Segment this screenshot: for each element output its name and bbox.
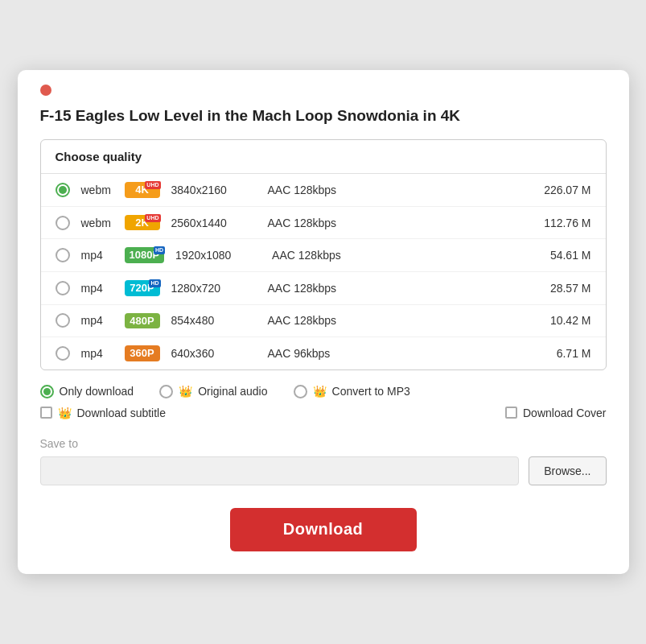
uhd-tag-2k: UHD (145, 214, 160, 222)
download-button[interactable]: Download (230, 508, 417, 551)
option-download-subtitle[interactable]: 👑 Download subtitle (40, 407, 167, 419)
filesize-4k: 226.07 M (544, 184, 590, 196)
radio-480p[interactable] (56, 313, 70, 328)
radio-1080p[interactable] (56, 248, 70, 262)
save-to-label: Save to (40, 437, 607, 450)
resolution-2k: 2560x1440 (171, 217, 260, 229)
download-cover-label: Download Cover (523, 407, 607, 419)
uhd-tag-4k: UHD (145, 181, 160, 189)
resolution-1080p: 1920x1080 (175, 249, 264, 262)
only-download-label: Only download (60, 385, 134, 398)
browse-button[interactable]: Browse... (529, 456, 606, 485)
quality-header: Choose quality (41, 140, 606, 174)
badge-4k: UHD 4K (125, 182, 160, 198)
format-1080p: mp4 (81, 249, 117, 262)
resolution-480p: 854x480 (171, 314, 260, 327)
format-2k: webm (81, 217, 117, 229)
radio-720p[interactable] (56, 281, 70, 295)
badge-1080p: HD 1080P (125, 247, 165, 263)
convert-mp3-label: Convert to MP3 (332, 385, 410, 398)
crown-original-audio: 👑 (179, 385, 192, 398)
option-download-cover[interactable]: Download Cover (505, 407, 607, 419)
audio-720p: AAC 128kbps (268, 282, 372, 295)
radio-4k[interactable] (56, 183, 70, 197)
quality-row-2k[interactable]: webm UHD 2K 2560x1440 AAC 128kbps 112.76… (41, 207, 606, 240)
radio-original-audio[interactable] (159, 385, 173, 398)
quality-section: Choose quality webm UHD 4K 3840x2160 AAC… (40, 139, 607, 370)
radio-2k[interactable] (56, 216, 70, 230)
format-4k: webm (81, 184, 117, 196)
audio-480p: AAC 128kbps (268, 314, 372, 327)
filesize-720p: 28.57 M (550, 282, 591, 295)
quality-row-480p[interactable]: mp4 480P 854x480 AAC 128kbps 10.42 M (41, 305, 606, 338)
option-only-download[interactable]: Only download (40, 385, 134, 398)
filesize-360p: 6.71 M (557, 347, 591, 360)
filesize-480p: 10.42 M (550, 314, 591, 327)
filesize-1080p: 54.61 M (550, 249, 591, 262)
options-row-2: 👑 Download subtitle Download Cover (40, 407, 607, 419)
badge-480p: 480P (125, 313, 160, 329)
original-audio-label: Original audio (198, 385, 267, 398)
badge-360p: 360P (125, 345, 160, 361)
options-row-1: Only download 👑 Original audio 👑 Convert… (40, 385, 607, 398)
badge-2k: UHD 2K (125, 215, 160, 231)
checkbox-download-subtitle[interactable] (40, 407, 52, 419)
page-title: F-15 Eagles Low Level in the Mach Loop S… (40, 107, 607, 125)
resolution-720p: 1280x720 (171, 282, 260, 295)
save-to-row: Browse... (40, 456, 607, 485)
resolution-4k: 3840x2160 (171, 184, 260, 196)
quality-row-4k[interactable]: webm UHD 4K 3840x2160 AAC 128kbps 226.07… (41, 174, 606, 207)
option-original-audio[interactable]: 👑 Original audio (159, 385, 267, 398)
option-convert-mp3[interactable]: 👑 Convert to MP3 (294, 385, 410, 398)
download-subtitle-label: Download subtitle (77, 407, 167, 419)
quality-row-1080p[interactable]: mp4 HD 1080P 1920x1080 AAC 128kbps 54.61… (41, 239, 606, 272)
save-to-input[interactable] (40, 456, 520, 485)
main-window: F-15 Eagles Low Level in the Mach Loop S… (18, 70, 629, 574)
hd-tag-1080p: HD (154, 246, 165, 254)
radio-only-download[interactable] (40, 385, 54, 398)
format-360p: mp4 (81, 347, 117, 360)
quality-row-720p[interactable]: mp4 HD 720P 1280x720 AAC 128kbps 28.57 M (41, 272, 606, 305)
quality-row-360p[interactable]: mp4 360P 640x360 AAC 96kbps 6.71 M (41, 337, 606, 369)
radio-360p[interactable] (56, 346, 70, 361)
audio-2k: AAC 128kbps (268, 217, 372, 229)
radio-convert-mp3[interactable] (294, 385, 307, 398)
crown-download-subtitle: 👑 (58, 407, 72, 419)
hd-tag-720p: HD (149, 279, 160, 287)
checkbox-download-cover[interactable] (505, 407, 517, 419)
filesize-2k: 112.76 M (544, 217, 590, 229)
crown-convert-mp3: 👑 (313, 385, 327, 398)
format-720p: mp4 (81, 282, 117, 295)
traffic-light-close[interactable] (40, 85, 51, 96)
badge-720p: HD 720P (125, 280, 160, 296)
format-480p: mp4 (81, 314, 117, 327)
audio-360p: AAC 96kbps (268, 347, 372, 360)
audio-4k: AAC 128kbps (268, 184, 372, 196)
resolution-360p: 640x360 (171, 347, 260, 360)
audio-1080p: AAC 128kbps (272, 249, 376, 262)
